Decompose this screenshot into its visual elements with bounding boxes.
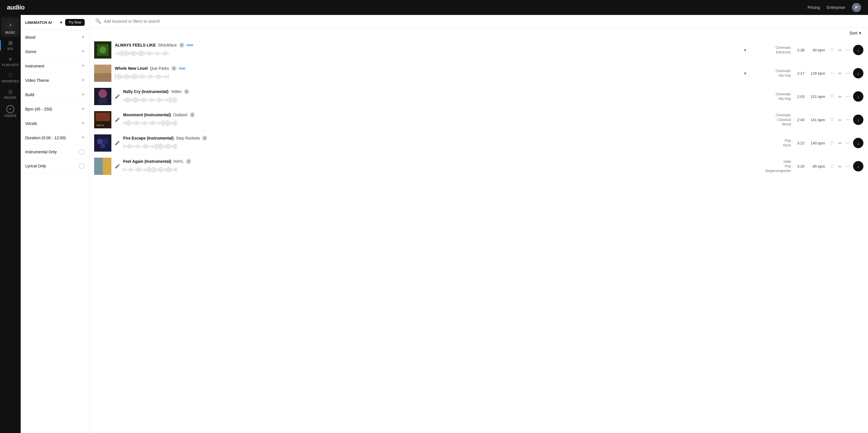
waveform[interactable] xyxy=(115,50,739,57)
filter-instrumental-only[interactable]: Instrumental Only xyxy=(21,145,89,159)
filter-genre[interactable]: Genre + xyxy=(21,44,89,59)
waveform-bar xyxy=(154,76,155,77)
waveform-bar xyxy=(149,122,150,124)
link-button[interactable]: ∞ xyxy=(837,163,842,170)
download-button[interactable]: ↓ xyxy=(853,138,863,148)
waveform-bar xyxy=(156,143,157,150)
sidebar-item-playlists[interactable]: ≡ PLAYLISTS xyxy=(1,54,20,69)
waveform-bar xyxy=(164,75,165,78)
sort-button[interactable]: Sort ▾ xyxy=(849,30,861,35)
favorite-button[interactable]: ♡ xyxy=(829,116,835,124)
waveform-bar xyxy=(124,145,125,148)
waveform-bar xyxy=(136,97,137,102)
link-button[interactable]: ∞ xyxy=(837,93,842,100)
waveform-bar xyxy=(127,51,127,56)
waveform[interactable] xyxy=(123,96,735,104)
filter-vocals-label: Vocals xyxy=(25,121,37,126)
track-expand-button[interactable]: ▾ xyxy=(743,46,747,54)
waveform-bar xyxy=(124,75,125,79)
waveform[interactable] xyxy=(115,73,739,81)
instrumental-only-toggle[interactable] xyxy=(79,149,85,155)
filter-mood[interactable]: Mood + xyxy=(21,30,89,44)
track-genre: Electronic xyxy=(776,50,791,54)
waveform-bar xyxy=(148,75,149,78)
more-button[interactable]: ··· xyxy=(845,116,851,123)
waveform[interactable] xyxy=(123,119,735,127)
sidebar-item-recent[interactable]: ◷ RECENT xyxy=(1,86,20,102)
waveform-bar xyxy=(162,145,163,149)
link-button[interactable]: ∞ xyxy=(837,116,842,123)
link-button[interactable]: ∞ xyxy=(837,140,842,147)
search-input[interactable] xyxy=(104,19,862,24)
waveform[interactable] xyxy=(123,143,735,151)
more-button[interactable]: ··· xyxy=(845,162,851,170)
link-button[interactable]: ∞ xyxy=(837,47,842,53)
waveform[interactable] xyxy=(123,166,735,174)
sidebar-item-music[interactable]: ♪ MUSIC xyxy=(1,17,20,36)
sfx-icon: ⊞ xyxy=(8,40,12,46)
track-title: Feel Again (Instrumental) xyxy=(123,159,172,164)
waveform-bar xyxy=(161,75,162,78)
sidebar-item-favorites[interactable]: ♡ FAVORITES xyxy=(1,70,20,85)
waveform-bar xyxy=(146,122,147,124)
waveform-bar xyxy=(143,97,144,102)
more-button[interactable]: ··· xyxy=(845,69,851,77)
download-button[interactable]: ↓ xyxy=(853,45,863,55)
waveform-bar xyxy=(153,121,154,125)
more-button[interactable]: ··· xyxy=(845,93,851,100)
more-button[interactable]: ··· xyxy=(845,139,851,147)
track-bpm: 128 bpm xyxy=(808,71,825,75)
waveform-bar xyxy=(138,167,139,172)
favorite-button[interactable]: ♡ xyxy=(829,69,835,77)
filter-instrument[interactable]: Instrument + xyxy=(21,59,89,73)
link-button[interactable]: ∞ xyxy=(837,70,842,77)
pricing-link[interactable]: Pricing xyxy=(807,5,820,10)
coin-icon: $ xyxy=(186,159,191,164)
waveform-bar xyxy=(137,121,138,125)
track-expand-button[interactable]: ▾ xyxy=(743,69,747,77)
filter-lyrical-only[interactable]: Lyrical Only xyxy=(21,159,89,173)
enterprise-link[interactable]: Enterprise xyxy=(827,5,845,10)
download-button[interactable]: ↓ xyxy=(853,115,863,125)
chevron-down-icon: ▾ xyxy=(859,31,861,35)
download-button[interactable]: ↓ xyxy=(853,91,863,102)
track-row: ALWAYS FEELS LIKE Shöckface $ new ▾ Cine… xyxy=(90,38,868,62)
download-button[interactable]: ↓ xyxy=(853,161,863,172)
waveform-bar xyxy=(125,121,126,125)
avatar[interactable]: P xyxy=(852,3,861,12)
waveform-bar xyxy=(159,97,160,102)
waveform-bar xyxy=(123,122,124,125)
track-duration: 2:03 xyxy=(795,94,805,99)
svg-rect-7 xyxy=(98,98,107,104)
track-artist: Outland xyxy=(173,113,187,117)
sidebar-item-create[interactable]: + CREATE xyxy=(1,103,20,120)
filter-vocals[interactable]: Vocals + xyxy=(21,116,89,131)
favorite-button[interactable]: ♡ xyxy=(829,139,835,147)
waveform-bar xyxy=(127,145,128,148)
waveform-bar xyxy=(152,167,153,173)
filter-mood-plus: + xyxy=(82,34,85,40)
favorite-button[interactable]: ♡ xyxy=(829,93,835,100)
filter-duration[interactable]: Duration (0:00 - 12:00) + xyxy=(21,131,89,145)
sidebar-item-sfx[interactable]: ⊞ SFX xyxy=(1,38,20,53)
download-button[interactable]: ↓ xyxy=(853,68,863,79)
waveform-bar xyxy=(123,168,124,172)
track-duration: 2:40 xyxy=(795,118,805,122)
waveform-bar xyxy=(159,167,160,172)
track-genre: Indie xyxy=(784,160,791,164)
coin-icon: $ xyxy=(179,42,184,48)
waveform-bar xyxy=(119,52,119,55)
lyrical-only-toggle[interactable] xyxy=(79,163,85,169)
more-button[interactable]: ··· xyxy=(845,46,851,54)
favorite-button[interactable]: ♡ xyxy=(829,46,835,54)
filter-bpm[interactable]: Bpm (45 - 250) + xyxy=(21,102,89,116)
filter-video-theme[interactable]: Video Theme + xyxy=(21,73,89,88)
main-layout: ♪ MUSIC ⊞ SFX ≡ PLAYLISTS ♡ FAVORITES ◷ … xyxy=(0,15,868,433)
waveform-bar xyxy=(141,98,142,101)
filter-build[interactable]: Build + xyxy=(21,88,89,102)
favorite-button[interactable]: ♡ xyxy=(829,162,835,170)
filter-duration-label: Duration (0:00 - 12:00) xyxy=(25,135,66,140)
waveform-bar xyxy=(131,122,132,125)
waveform-bar xyxy=(143,145,144,148)
try-now-button[interactable]: Try Now xyxy=(65,19,85,26)
